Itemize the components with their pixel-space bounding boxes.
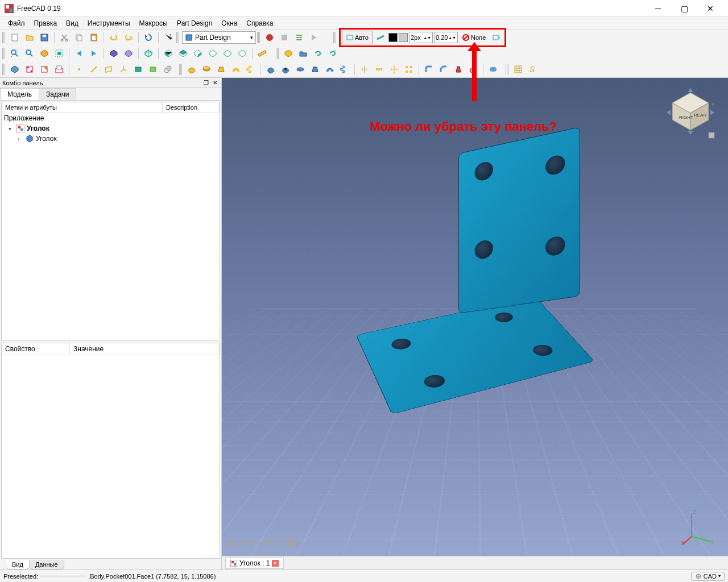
navigation-cube[interactable]: RIGHT REAR z y (662, 87, 719, 144)
view-top-icon[interactable] (176, 47, 190, 60)
tab-view[interactable]: Вид (6, 560, 30, 569)
menu-edit[interactable]: Правка (30, 18, 62, 28)
sketch-icon[interactable] (23, 63, 36, 76)
view-bottom-icon[interactable] (221, 47, 234, 60)
toolbar-grip[interactable] (2, 64, 6, 75)
save-file-icon[interactable] (38, 31, 51, 44)
clone-icon[interactable] (161, 63, 175, 76)
model-tree[interactable]: Метки и атрибуты Description Приложение … (1, 102, 220, 340)
close-button[interactable]: ✕ (697, 0, 723, 17)
tree-body-item[interactable]: › Уголок (2, 134, 220, 144)
macro-run-icon[interactable] (307, 31, 321, 44)
document-tab[interactable]: Уголок : 1 ✕ (225, 558, 284, 569)
toolbar-grip[interactable] (2, 48, 6, 59)
draft-face-color[interactable] (399, 33, 408, 42)
body-icon[interactable] (8, 63, 22, 76)
nav-style-button[interactable]: CAD ▾ (691, 572, 725, 581)
3d-viewport[interactable]: RIGHT REAR z y y z x 2 (222, 78, 728, 569)
map-sketch-icon[interactable] (52, 63, 66, 76)
menu-windows[interactable]: Окна (217, 18, 242, 28)
macro-list-icon[interactable] (292, 31, 306, 44)
undo-icon[interactable] (107, 31, 121, 44)
maximize-button[interactable]: ▢ (671, 0, 697, 17)
paste-icon[interactable] (87, 31, 101, 44)
toolbar-grip[interactable] (179, 64, 183, 75)
draft-line-color[interactable] (388, 33, 398, 42)
draft-line-width[interactable]: 2px▲▼ (409, 32, 433, 43)
menu-tools[interactable]: Инструменты (83, 18, 135, 28)
shapestring-icon[interactable]: S (526, 63, 540, 76)
edit-sketch-icon[interactable] (38, 63, 51, 76)
groove-icon[interactable] (293, 63, 307, 76)
link-select-icon[interactable] (107, 47, 121, 60)
hole-icon[interactable] (279, 63, 292, 76)
pipe-add-icon[interactable] (229, 63, 243, 76)
cut-icon[interactable] (57, 31, 71, 44)
link-select-final-icon[interactable] (122, 47, 135, 60)
open-file-icon[interactable] (23, 31, 36, 44)
view-rear-icon[interactable] (206, 47, 220, 60)
redo-icon[interactable] (122, 31, 135, 44)
mirror-icon[interactable] (358, 63, 371, 76)
datum-point-icon[interactable] (72, 63, 86, 76)
datum-cs-icon[interactable] (117, 63, 130, 76)
panel-float-icon[interactable]: ❐ (202, 79, 210, 87)
helix-add-icon[interactable] (244, 63, 258, 76)
copy-icon[interactable] (72, 31, 86, 44)
tree-root[interactable]: Приложение (2, 113, 220, 123)
draft-plane-button[interactable]: Авто (342, 31, 373, 44)
group-icon[interactable] (296, 47, 310, 60)
fit-all-icon[interactable] (8, 47, 22, 60)
tab-tasks[interactable]: Задачи (39, 88, 76, 100)
datum-line-icon[interactable] (87, 63, 101, 76)
nav-back-icon[interactable] (72, 47, 86, 60)
boolean-icon[interactable] (486, 63, 500, 76)
helix-sub-icon[interactable] (338, 63, 351, 76)
close-tab-icon[interactable]: ✕ (272, 560, 279, 567)
draft-autogroup-icon[interactable] (490, 31, 503, 44)
view-right-icon[interactable] (191, 47, 205, 60)
link-actions-icon[interactable] (326, 47, 340, 60)
menu-macros[interactable]: Макросы (135, 18, 172, 28)
pipe-sub-icon[interactable] (323, 63, 337, 76)
new-file-icon[interactable] (8, 31, 22, 44)
tab-data[interactable]: Данные (29, 560, 64, 569)
model-bracket[interactable] (347, 140, 597, 459)
tree-document[interactable]: ▾ Уголок (2, 123, 220, 134)
pocket-icon[interactable] (264, 63, 278, 76)
shapebinder-icon[interactable] (131, 63, 145, 76)
macro-record-icon[interactable] (263, 31, 276, 44)
chamfer-icon[interactable] (437, 63, 450, 76)
whatsthis-icon[interactable]: ? (162, 31, 175, 44)
macro-stop-icon[interactable] (278, 31, 291, 44)
view-left-icon[interactable] (235, 47, 249, 60)
toolbar-grip[interactable] (2, 32, 6, 43)
menu-file[interactable]: Файл (3, 18, 30, 28)
toolbar-grip[interactable] (276, 48, 279, 59)
fillet-icon[interactable] (422, 63, 436, 76)
multitransform-icon[interactable] (402, 63, 416, 76)
part-icon[interactable] (282, 47, 295, 60)
measure-icon[interactable] (255, 47, 269, 60)
hatch-icon[interactable] (511, 63, 525, 76)
toolbar-grip[interactable] (257, 32, 260, 43)
isometric-icon[interactable] (142, 47, 155, 60)
menu-help[interactable]: Справка (242, 18, 278, 28)
minimize-button[interactable]: ─ (645, 0, 671, 17)
loft-add-icon[interactable] (214, 63, 228, 76)
link-make-icon[interactable] (311, 47, 325, 60)
draft-construction-icon[interactable] (374, 31, 387, 44)
bounding-box-icon[interactable] (52, 47, 66, 60)
revolution-icon[interactable] (200, 63, 213, 76)
polar-pattern-icon[interactable] (387, 63, 401, 76)
menu-view[interactable]: Вид (61, 18, 83, 28)
toolbar-grip[interactable] (333, 32, 337, 43)
linear-pattern-icon[interactable] (373, 63, 386, 76)
panel-close-icon[interactable]: ✕ (211, 79, 219, 87)
menu-partdesign[interactable]: Part Design (172, 18, 217, 28)
datum-plane-icon[interactable] (102, 63, 115, 76)
draw-style-icon[interactable] (38, 47, 51, 60)
draft-icon[interactable] (452, 63, 465, 76)
draft-font-size[interactable]: 0,20▲▼ (434, 32, 458, 43)
property-panel[interactable]: Свойство Значение (1, 343, 220, 559)
